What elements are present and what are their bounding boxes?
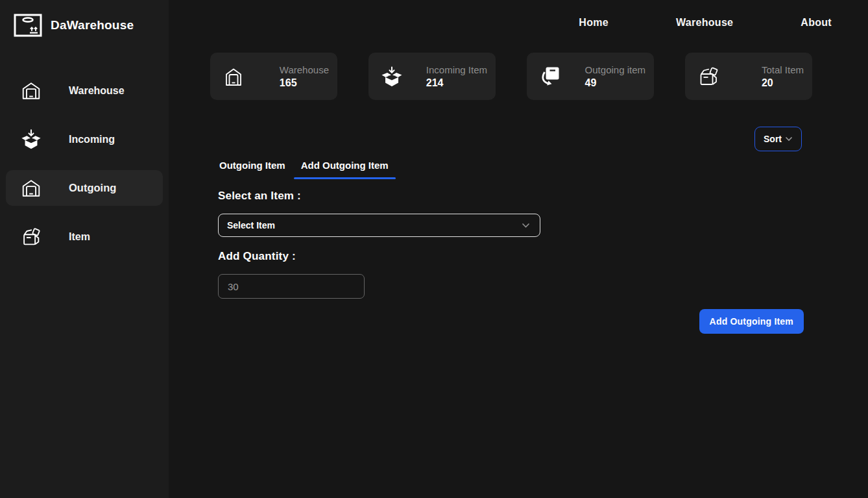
warehouse-icon bbox=[19, 79, 43, 103]
add-outgoing-form: Select an Item : Select Item Add Quantit… bbox=[218, 179, 540, 299]
quantity-input[interactable] bbox=[218, 274, 365, 299]
stat-value: 214 bbox=[426, 77, 444, 89]
tabs: Outgoing Item Add Outgoing Item bbox=[219, 160, 868, 179]
sidebar-item-label: Incoming bbox=[69, 134, 115, 145]
select-item-dropdown[interactable]: Select Item bbox=[218, 214, 540, 237]
warehouse-icon bbox=[221, 64, 246, 90]
sort-row: Sort bbox=[169, 127, 868, 151]
sort-button-label: Sort bbox=[764, 134, 782, 144]
stat-label: Incoming Item bbox=[426, 64, 487, 75]
chevron-down-icon bbox=[785, 136, 793, 142]
outgoing-box-icon bbox=[538, 64, 562, 90]
stat-text: Warehouse 165 bbox=[280, 64, 329, 89]
sidebar-item-label: Warehouse bbox=[69, 85, 125, 97]
sidebar-item-incoming[interactable]: Incoming bbox=[6, 121, 163, 157]
brand-name: DaWarehouse bbox=[51, 18, 134, 32]
stat-value: 49 bbox=[585, 77, 597, 89]
nav-link-warehouse[interactable]: Warehouse bbox=[676, 17, 733, 29]
select-item-label: Select an Item : bbox=[218, 190, 540, 203]
nav-link-home[interactable]: Home bbox=[579, 17, 609, 29]
top-nav: Home Warehouse About bbox=[169, 0, 868, 45]
sort-button[interactable]: Sort bbox=[754, 127, 802, 151]
submit-row: Add Outgoing Item bbox=[169, 309, 868, 334]
box-logo-icon bbox=[13, 12, 43, 39]
stat-text: Total Item 20 bbox=[762, 64, 804, 89]
brand: DaWarehouse bbox=[0, 0, 169, 39]
nav-link-about[interactable]: About bbox=[801, 17, 832, 29]
sidebar: DaWarehouse Warehouse bbox=[0, 0, 169, 498]
side-nav: Warehouse Incoming bbox=[0, 73, 169, 255]
stat-value: 165 bbox=[280, 77, 297, 89]
select-item-value: Select Item bbox=[227, 220, 275, 230]
sidebar-item-label: Item bbox=[69, 231, 90, 243]
stat-label: Total Item bbox=[762, 64, 804, 75]
stat-text: Outgoing item 49 bbox=[585, 64, 645, 89]
package-icon bbox=[696, 64, 721, 90]
sidebar-item-outgoing[interactable]: Outgoing bbox=[6, 170, 163, 206]
tab-outgoing-item[interactable]: Outgoing Item bbox=[219, 160, 285, 179]
sidebar-item-label: Outgoing bbox=[69, 182, 116, 194]
stat-card-warehouse: Warehouse 165 bbox=[210, 53, 337, 100]
stats-row: Warehouse 165 Incoming Item 214 bbox=[210, 53, 868, 100]
chevron-down-icon bbox=[522, 223, 530, 229]
stat-card-total-item: Total Item 20 bbox=[685, 53, 812, 100]
stat-value: 20 bbox=[762, 77, 773, 89]
add-outgoing-item-button[interactable]: Add Outgoing Item bbox=[699, 309, 804, 334]
stat-label: Outgoing item bbox=[585, 64, 645, 75]
stat-card-incoming-item: Incoming Item 214 bbox=[368, 53, 496, 100]
incoming-box-icon bbox=[19, 128, 43, 151]
tab-add-outgoing-item[interactable]: Add Outgoing Item bbox=[301, 160, 389, 179]
package-icon bbox=[19, 225, 43, 249]
sidebar-item-warehouse[interactable]: Warehouse bbox=[6, 73, 163, 108]
incoming-box-icon bbox=[380, 64, 404, 90]
warehouse-icon bbox=[19, 177, 43, 200]
sidebar-item-item[interactable]: Item bbox=[6, 219, 163, 255]
stat-label: Warehouse bbox=[280, 64, 329, 75]
main-content: Home Warehouse About Warehouse 165 bbox=[169, 0, 868, 498]
stat-text: Incoming Item 214 bbox=[426, 64, 487, 89]
quantity-label: Add Quantity : bbox=[218, 250, 540, 263]
stat-card-outgoing-item: Outgoing item 49 bbox=[527, 53, 654, 100]
